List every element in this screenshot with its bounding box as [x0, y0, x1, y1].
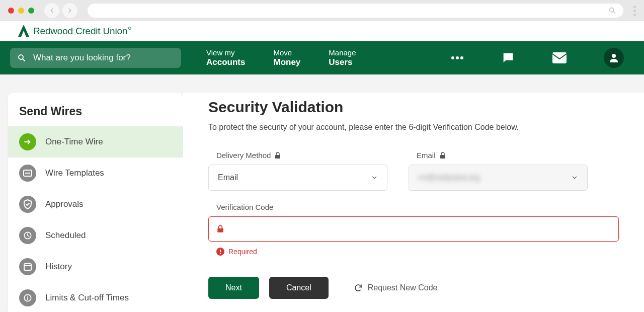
request-new-code-link[interactable]: Request New Code — [354, 283, 438, 292]
nav-line1: View my — [206, 48, 245, 57]
svg-rect-12 — [275, 155, 280, 159]
browser-chrome — [0, 0, 644, 21]
search-icon — [17, 53, 26, 62]
next-button[interactable]: Next — [208, 277, 259, 299]
email-label: Email — [409, 151, 588, 160]
shield-check-icon — [19, 196, 36, 213]
error-text: Required — [228, 248, 257, 256]
page-title: Security Validation — [208, 99, 619, 116]
nav-money[interactable]: Move Money — [273, 48, 300, 67]
sidebar-item-wire-templates[interactable]: Wire Templates — [8, 158, 183, 189]
svg-rect-10 — [24, 264, 31, 270]
svg-point-3 — [456, 56, 459, 59]
window-controls — [8, 8, 34, 14]
lock-icon — [440, 152, 446, 159]
error-icon — [216, 248, 224, 256]
more-icon[interactable] — [451, 56, 464, 60]
site-search[interactable] — [10, 48, 181, 68]
sidebar-item-approvals[interactable]: Approvals — [8, 189, 183, 220]
maximize-window-icon[interactable] — [28, 8, 34, 14]
sidebar-item-label: History — [45, 262, 72, 272]
verification-code-input[interactable] — [230, 224, 610, 233]
svg-rect-17 — [220, 253, 221, 254]
sidebar: Send Wires One-Time Wire Wire Templates … — [8, 93, 183, 312]
sidebar-item-label: Limits & Cut-off Times — [45, 293, 129, 303]
delivery-method-group: Delivery Method Email — [208, 151, 387, 191]
nav-users[interactable]: Manage Users — [329, 48, 356, 67]
minimize-window-icon[interactable] — [18, 8, 24, 14]
sidebar-item-label: Approvals — [45, 199, 84, 209]
email-select[interactable]: •••@redacted.org — [409, 165, 588, 191]
person-icon — [608, 52, 620, 64]
cancel-button[interactable]: Cancel — [269, 277, 329, 299]
info-icon — [19, 289, 36, 306]
delivery-method-select[interactable]: Email — [208, 165, 387, 191]
nav-line2: Accounts — [206, 57, 245, 67]
refresh-icon — [354, 283, 363, 292]
page-subtitle: To protect the security of your account,… — [208, 123, 619, 132]
forward-button[interactable] — [62, 3, 77, 18]
nav-items: View my Accounts Move Money Manage Users — [206, 48, 356, 67]
svg-rect-5 — [552, 52, 567, 63]
lock-icon — [217, 225, 224, 233]
chat-icon[interactable] — [501, 51, 515, 65]
sidebar-item-history[interactable]: History — [8, 251, 183, 282]
sidebar-item-label: Scheduled — [45, 230, 86, 241]
verification-code-group: Verification Code Required — [208, 203, 619, 256]
svg-point-4 — [460, 56, 463, 59]
select-value: •••@redacted.org — [418, 173, 480, 182]
primary-nav: View my Accounts Move Money Manage Users — [0, 41, 644, 74]
brand-name: Redwood Credit Union — [33, 26, 127, 37]
nav-line1: Manage — [329, 48, 356, 57]
svg-point-6 — [612, 54, 616, 58]
select-value: Email — [218, 173, 238, 182]
browser-menu-icon[interactable] — [633, 6, 636, 16]
sidebar-item-one-time-wire[interactable]: One-Time Wire — [8, 126, 183, 158]
brand-bar: Redwood Credit Union — [0, 21, 644, 41]
nav-line2: Money — [273, 57, 300, 67]
chevron-down-icon — [571, 174, 578, 181]
nav-right — [451, 48, 634, 68]
back-button[interactable] — [44, 3, 59, 18]
svg-rect-13 — [440, 155, 445, 159]
clock-icon — [19, 227, 36, 244]
svg-rect-8 — [25, 173, 30, 174]
card-icon — [19, 165, 36, 182]
delivery-method-label: Delivery Method — [208, 151, 387, 160]
verification-error: Required — [208, 248, 619, 256]
sidebar-item-scheduled[interactable]: Scheduled — [8, 220, 183, 251]
verification-code-label: Verification Code — [208, 203, 619, 211]
sidebar-item-label: Wire Templates — [45, 168, 104, 178]
form-row-top: Delivery Method Email Email — [208, 151, 619, 191]
verification-code-input-wrap[interactable] — [208, 216, 619, 242]
calendar-icon — [19, 258, 36, 275]
sidebar-title: Send Wires — [8, 93, 183, 126]
mail-icon[interactable] — [552, 52, 567, 63]
arrow-right-icon — [19, 133, 36, 150]
email-group: Email •••@redacted.org — [409, 151, 588, 191]
address-bar[interactable] — [88, 4, 623, 18]
body: Send Wires One-Time Wire Wire Templates … — [0, 74, 644, 312]
brand-logo-icon — [17, 24, 30, 39]
close-window-icon[interactable] — [8, 8, 14, 14]
label-text: Email — [417, 151, 436, 160]
action-row: Next Cancel Request New Code — [208, 277, 619, 299]
nav-line1: Move — [273, 48, 300, 57]
sidebar-item-label: One-Time Wire — [45, 137, 103, 147]
sidebar-item-limits[interactable]: Limits & Cut-off Times — [8, 282, 183, 312]
svg-point-2 — [451, 56, 454, 59]
svg-rect-16 — [220, 250, 221, 252]
nav-line2: Users — [329, 57, 356, 67]
svg-rect-14 — [217, 228, 223, 232]
profile-avatar[interactable] — [604, 48, 624, 68]
main-content: Security Validation To protect the secur… — [183, 93, 644, 312]
browser-nav-arrows — [44, 3, 77, 18]
nav-accounts[interactable]: View my Accounts — [206, 48, 245, 67]
label-text: Delivery Method — [216, 151, 271, 160]
link-text: Request New Code — [368, 283, 438, 292]
search-input[interactable] — [33, 53, 174, 63]
search-icon — [608, 7, 616, 15]
lock-icon — [275, 152, 281, 159]
chevron-down-icon — [371, 174, 378, 181]
